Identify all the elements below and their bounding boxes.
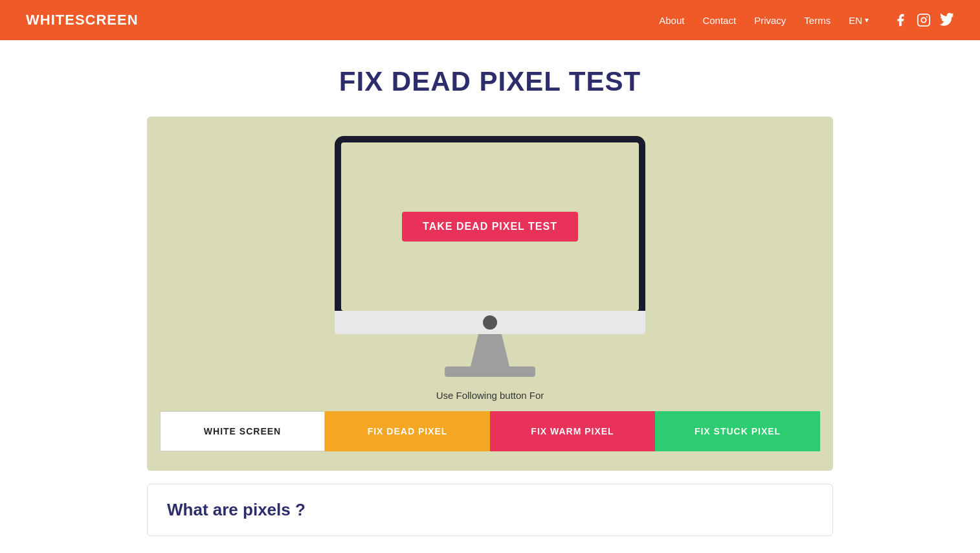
site-logo: WHITESCREEN <box>26 12 659 28</box>
svg-point-2 <box>926 16 928 17</box>
monitor-power-dot <box>483 315 497 330</box>
page-title: FIX DEAD PIXEL TEST <box>147 66 833 97</box>
white-screen-button[interactable]: WHITE SCREEN <box>160 411 325 451</box>
social-icons-group <box>893 13 954 27</box>
take-dead-pixel-test-button[interactable]: TAKE DEAD PIXEL TEST <box>402 212 578 242</box>
action-buttons-row: WHITE SCREEN FIX DEAD PIXEL FIX WARM PIX… <box>160 411 820 451</box>
monitor-illustration: TAKE DEAD PIXEL TEST <box>335 136 645 377</box>
fix-dead-pixel-button[interactable]: FIX DEAD PIXEL <box>325 411 490 451</box>
monitor-stand-base <box>445 367 535 377</box>
nav-about[interactable]: About <box>659 15 684 26</box>
monitor-stand-neck <box>471 334 509 367</box>
nav-privacy[interactable]: Privacy <box>754 15 786 26</box>
twitter-icon[interactable] <box>940 13 954 27</box>
svg-rect-0 <box>918 14 930 26</box>
info-section-heading: What are pixels ? <box>167 500 813 520</box>
facebook-icon[interactable] <box>893 13 908 27</box>
svg-point-1 <box>921 17 926 22</box>
main-nav: About Contact Privacy Terms EN <box>659 13 954 27</box>
fix-stuck-pixel-button[interactable]: FIX STUCK PIXEL <box>655 411 820 451</box>
info-section: What are pixels ? <box>147 484 833 536</box>
monitor-section: TAKE DEAD PIXEL TEST Use Following butto… <box>147 117 833 471</box>
fix-warm-pixel-button[interactable]: FIX WARM PIXEL <box>490 411 655 451</box>
use-following-label: Use Following button For <box>436 390 544 401</box>
nav-contact[interactable]: Contact <box>702 15 736 26</box>
monitor-outer-frame: TAKE DEAD PIXEL TEST <box>335 136 645 334</box>
instagram-icon[interactable] <box>917 13 931 27</box>
nav-terms[interactable]: Terms <box>804 15 830 26</box>
language-selector[interactable]: EN <box>849 15 869 26</box>
monitor-screen: TAKE DEAD PIXEL TEST <box>341 142 639 311</box>
monitor-chin <box>335 311 645 334</box>
